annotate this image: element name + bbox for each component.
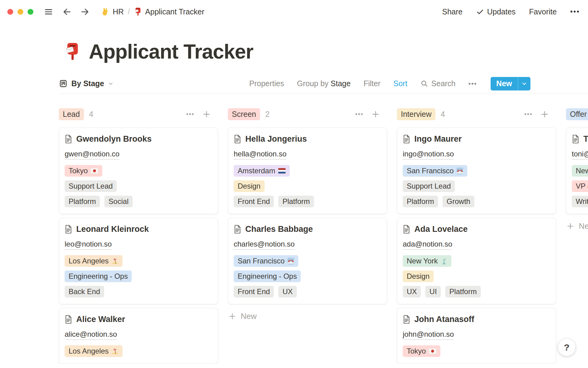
japan-flag-icon <box>429 348 436 354</box>
applicant-email-link[interactable]: hella@notion.so <box>234 150 286 159</box>
skill-tag: Back End <box>65 286 104 297</box>
applicant-email-link[interactable]: gwen@notion.co <box>65 150 119 159</box>
victory-hand-icon <box>101 7 110 16</box>
column-more-button[interactable]: ••• <box>186 111 194 118</box>
postbox-icon <box>134 7 142 16</box>
forward-arrow-icon <box>80 7 90 17</box>
column-more-button[interactable]: ••• <box>355 111 364 118</box>
favorite-button[interactable]: Favorite <box>529 7 557 16</box>
column-pill-screen[interactable]: Screen <box>228 108 260 120</box>
applicant-email-link[interactable]: leo@notion.so <box>65 240 112 250</box>
applicant-name: Alice Walker <box>76 315 125 324</box>
applicant-card[interactable]: Hella Jongerius hella@notion.so Amsterda… <box>228 128 387 214</box>
column-pill-offer[interactable]: Offer <box>566 108 588 120</box>
skill-tag: Writ <box>572 196 588 207</box>
applicant-card[interactable]: Ada Lovelace ada@notion.so New York Desi… <box>397 218 556 304</box>
team-tag: Engineering - Ops <box>65 270 132 282</box>
filter-button[interactable]: Filter <box>364 79 381 88</box>
skill-tag: UI <box>425 286 441 297</box>
column-pill-interview[interactable]: Interview <box>397 108 435 120</box>
column-count: 2 <box>265 110 270 119</box>
japan-flag-icon <box>91 168 98 174</box>
location-tag: San Francisco <box>403 165 467 177</box>
page-icon <box>403 225 410 234</box>
team-tag: Design <box>234 180 265 192</box>
applicant-card[interactable]: Alice Walker alice@notion.so Los Angeles <box>59 308 218 364</box>
sort-button[interactable]: Sort <box>393 79 407 88</box>
column-add-card-button[interactable] <box>540 109 549 119</box>
zoom-window-button[interactable] <box>28 9 33 15</box>
applicant-email-link[interactable]: ada@notion.so <box>403 240 452 250</box>
skill-tag: Platform <box>278 196 314 207</box>
chevron-down-icon <box>521 80 528 87</box>
more-options-button[interactable]: ••• <box>570 8 580 16</box>
applicant-card[interactable]: John Atanasoff john@notion.so Tokyo <box>397 308 556 364</box>
view-switcher-by-stage[interactable]: By Stage <box>59 79 114 88</box>
column-add-card-button[interactable] <box>371 109 380 119</box>
page-icon <box>572 135 579 144</box>
applicant-name: Ada Lovelace <box>414 224 468 234</box>
add-new-card-button[interactable]: New <box>566 221 588 231</box>
page-title[interactable]: Applicant Tracker <box>89 40 253 63</box>
board-column-interview: Interview 4 ••• Ingo Maurer <box>397 107 556 364</box>
page-icon <box>403 135 410 144</box>
skill-tag: Social <box>104 196 132 207</box>
window-titlebar: HR / Applicant Tracker Share Updates Fav… <box>0 0 588 23</box>
breadcrumb-page[interactable]: Applicant Tracker <box>134 7 204 16</box>
close-window-button[interactable] <box>7 9 13 15</box>
forward-button[interactable] <box>80 7 90 17</box>
back-arrow-icon <box>62 7 72 17</box>
group-by-label: Group by <box>297 79 329 88</box>
location-tag: New <box>572 165 588 177</box>
applicant-email-link[interactable]: toni@ <box>572 150 588 159</box>
skill-tag: Front End <box>234 286 274 297</box>
breadcrumb-workspace[interactable]: HR <box>101 7 124 16</box>
applicant-email-link[interactable]: alice@notion.so <box>65 330 117 340</box>
applicant-email-link[interactable]: john@notion.so <box>403 330 454 340</box>
board-column-offer: Offer T toni@ New VP o Writ <box>566 107 588 364</box>
search-icon <box>420 79 428 88</box>
applicant-card[interactable]: Charles Babbage charles@notion.so San Fr… <box>228 218 387 304</box>
applicant-card[interactable]: T toni@ New VP o Writ <box>566 128 588 214</box>
column-more-button[interactable]: ••• <box>524 111 533 118</box>
properties-button[interactable]: Properties <box>249 79 284 88</box>
location-tag: Amsterdam <box>234 165 290 177</box>
new-record-dropdown-button[interactable] <box>518 77 530 90</box>
minimize-window-button[interactable] <box>17 9 23 15</box>
add-new-card-button[interactable]: New <box>228 312 387 321</box>
skill-tag: Platform <box>65 196 100 207</box>
applicant-email-link[interactable]: ingo@notion.so <box>403 150 454 159</box>
breadcrumb-workspace-label: HR <box>113 7 124 16</box>
help-button[interactable]: ? <box>558 339 575 356</box>
column-pill-lead[interactable]: Lead <box>59 108 84 120</box>
check-icon <box>476 8 484 16</box>
updates-button[interactable]: Updates <box>476 7 515 16</box>
search-button[interactable]: Search <box>420 79 455 88</box>
applicant-card[interactable]: Gwendolyn Brooks gwen@notion.co Tokyo Su… <box>59 128 218 214</box>
page-icon <box>234 135 241 144</box>
plus-icon <box>202 109 211 119</box>
sidebar-toggle-button[interactable] <box>44 7 53 17</box>
plus-icon <box>566 222 575 231</box>
applicant-name: Gwendolyn Brooks <box>76 134 152 144</box>
column-add-card-button[interactable] <box>202 109 211 119</box>
skill-tag: UX <box>403 286 421 297</box>
applicant-card[interactable]: Ingo Maurer ingo@notion.so San Francisco… <box>397 128 556 214</box>
skill-tag: Front End <box>234 196 274 207</box>
plus-icon <box>228 312 237 321</box>
role-tag: Support Lead <box>403 180 455 192</box>
new-record-button[interactable]: New <box>491 77 518 90</box>
applicant-card[interactable]: Leonard Kleinrock leo@notion.so Los Ange… <box>59 218 218 304</box>
fog-bridge-icon <box>287 258 294 265</box>
share-button[interactable]: Share <box>442 7 463 16</box>
applicant-email-link[interactable]: charles@notion.so <box>234 240 295 250</box>
beach-umbrella-icon <box>111 348 119 355</box>
group-by-button[interactable]: Group by Stage <box>297 79 351 88</box>
back-button[interactable] <box>62 7 72 17</box>
applicant-name: Hella Jongerius <box>245 134 307 144</box>
search-label: Search <box>431 79 455 88</box>
view-more-options-button[interactable]: ••• <box>469 80 477 87</box>
beach-umbrella-icon <box>111 258 119 265</box>
location-tag: Los Angeles <box>65 345 123 357</box>
skill-tag: Platform <box>445 286 481 297</box>
